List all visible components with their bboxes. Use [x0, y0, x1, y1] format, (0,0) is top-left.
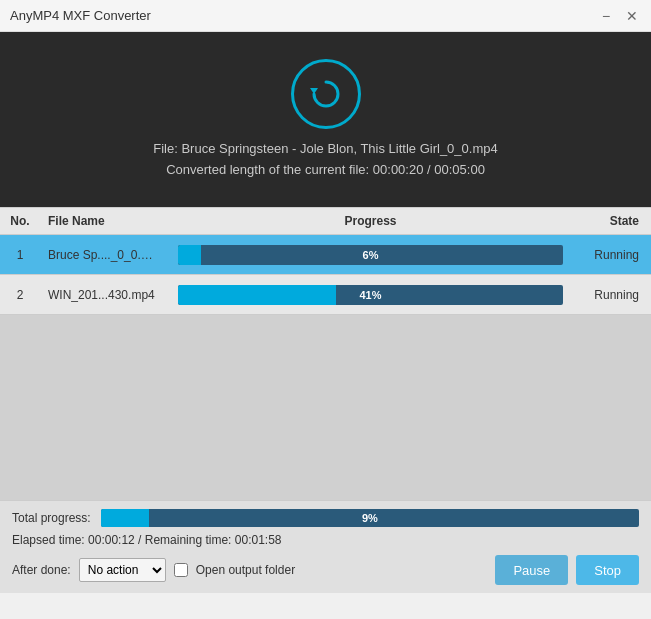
row2-progress: 41% — [170, 285, 571, 305]
row1-progress-text: 6% — [363, 249, 379, 261]
total-progress-row: Total progress: 9% — [12, 509, 639, 527]
refresh-icon — [291, 59, 361, 129]
title-bar: AnyMP4 MXF Converter − ✕ — [0, 0, 651, 32]
row2-state: Running — [571, 288, 651, 302]
conversion-header: File: Bruce Springsteen - Jole Blon, Thi… — [0, 32, 651, 207]
file-name-line: File: Bruce Springsteen - Jole Blon, Thi… — [153, 139, 497, 160]
col-header-no: No. — [0, 214, 40, 228]
total-progress-text: 9% — [362, 512, 378, 524]
row1-progress-fill — [178, 245, 201, 265]
header-file-info: File: Bruce Springsteen - Jole Blon, Thi… — [153, 139, 497, 181]
total-progress-label: Total progress: — [12, 511, 91, 525]
file-table: 1 Bruce Sp...._0_0.mp4 6% Running 2 WIN_… — [0, 235, 651, 500]
minimize-button[interactable]: − — [597, 7, 615, 25]
after-done-select[interactable]: No action Shut down Hibernate Exit — [79, 558, 166, 582]
table-row[interactable]: 2 WIN_201...430.mp4 41% Running — [0, 275, 651, 315]
converted-length-line: Converted length of the current file: 00… — [153, 160, 497, 181]
row2-filename: WIN_201...430.mp4 — [40, 288, 170, 302]
stop-button[interactable]: Stop — [576, 555, 639, 585]
after-done-label: After done: — [12, 563, 71, 577]
row1-progress: 6% — [170, 245, 571, 265]
app-title: AnyMP4 MXF Converter — [10, 8, 151, 23]
table-header: No. File Name Progress State — [0, 207, 651, 235]
total-progress-fill — [101, 509, 149, 527]
total-progress-bar: 9% — [101, 509, 639, 527]
row2-progress-fill — [178, 285, 336, 305]
row2-progress-text: 41% — [359, 289, 381, 301]
open-folder-checkbox[interactable] — [174, 563, 188, 577]
row1-filename: Bruce Sp...._0_0.mp4 — [40, 248, 170, 262]
bottom-section: Total progress: 9% Elapsed time: 00:00:1… — [0, 500, 651, 593]
col-header-state: State — [571, 214, 651, 228]
action-row: After done: No action Shut down Hibernat… — [12, 555, 639, 593]
row1-no: 1 — [0, 248, 40, 262]
col-header-filename: File Name — [40, 214, 170, 228]
table-row[interactable]: 1 Bruce Sp...._0_0.mp4 6% Running — [0, 235, 651, 275]
elapsed-time-row: Elapsed time: 00:00:12 / Remaining time:… — [12, 533, 639, 547]
pause-button[interactable]: Pause — [495, 555, 568, 585]
col-header-progress: Progress — [170, 214, 571, 228]
row1-state: Running — [571, 248, 651, 262]
close-button[interactable]: ✕ — [623, 7, 641, 25]
row2-no: 2 — [0, 288, 40, 302]
svg-marker-0 — [310, 88, 318, 94]
window-controls: − ✕ — [597, 7, 641, 25]
open-folder-label[interactable]: Open output folder — [196, 563, 295, 577]
table-empty-space — [0, 315, 651, 500]
